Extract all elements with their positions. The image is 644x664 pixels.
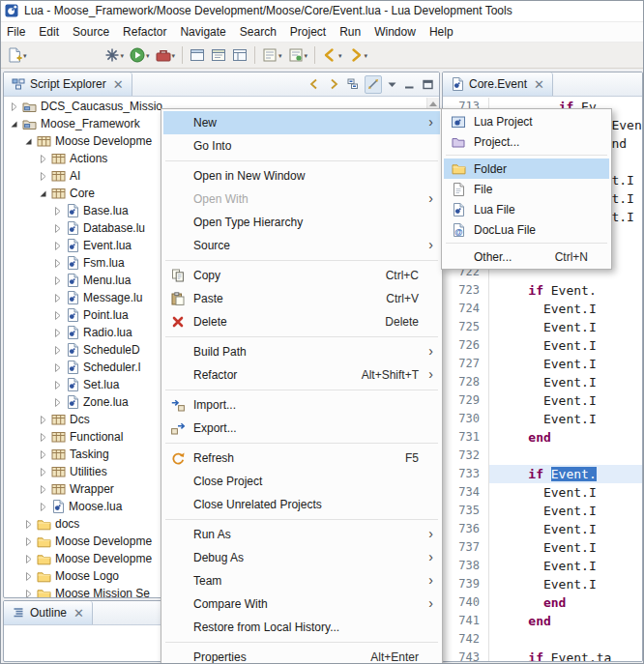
- expand-arrow-icon[interactable]: [50, 326, 65, 340]
- expand-arrow-icon[interactable]: [50, 361, 65, 375]
- expand-arrow-icon[interactable]: [50, 291, 65, 305]
- menu-item-file[interactable]: File: [444, 179, 609, 199]
- minimize-button[interactable]: [402, 75, 417, 94]
- collapse-all-button[interactable]: [345, 75, 361, 94]
- external-tools-button[interactable]: ▾: [153, 44, 179, 66]
- menubar-item-help[interactable]: Help: [423, 22, 460, 42]
- expand-arrow-icon[interactable]: [50, 256, 65, 271]
- code-line[interactable]: 727 Event.I: [443, 355, 642, 373]
- expand-arrow-icon[interactable]: [36, 413, 50, 427]
- expand-arrow-icon[interactable]: [36, 500, 50, 514]
- expand-arrow-icon[interactable]: [21, 517, 36, 532]
- menu-item-paste[interactable]: PasteCtrl+V: [163, 287, 440, 310]
- expand-arrow-icon[interactable]: [36, 152, 50, 166]
- menu-item-new[interactable]: New›: [163, 111, 440, 134]
- code-line[interactable]: 729 Event.I: [443, 391, 642, 410]
- menubar-item-window[interactable]: Window: [367, 22, 423, 42]
- expand-arrow-icon[interactable]: [50, 274, 65, 288]
- code-line[interactable]: 732: [443, 447, 642, 465]
- close-icon[interactable]: ✕: [73, 607, 84, 620]
- menu-item-open-in-new-window[interactable]: Open in New Window: [163, 164, 440, 188]
- menu-item-export[interactable]: Export...: [163, 417, 440, 440]
- menu-item-delete[interactable]: DeleteDelete: [163, 310, 440, 333]
- s-forward-button[interactable]: [326, 75, 341, 94]
- menu-item-go-into[interactable]: Go Into: [163, 134, 440, 158]
- menubar-item-file[interactable]: File: [0, 22, 32, 42]
- menu-item-properties[interactable]: PropertiesAlt+Enter: [163, 646, 440, 664]
- menu-item-close-project[interactable]: Close Project: [163, 470, 440, 493]
- expand-arrow-icon[interactable]: [21, 569, 36, 584]
- collapse-arrow-icon[interactable]: [21, 134, 36, 149]
- code-line[interactable]: 742: [443, 630, 642, 649]
- menu-item-project[interactable]: Project...: [444, 131, 609, 152]
- expand-arrow-icon[interactable]: [36, 169, 50, 184]
- forward-button[interactable]: ▾: [345, 44, 371, 66]
- expand-arrow-icon[interactable]: [21, 587, 36, 598]
- expand-arrow-icon[interactable]: [36, 447, 50, 462]
- code-line[interactable]: 723 if Event.: [443, 281, 642, 300]
- menu-item-compare-with[interactable]: Compare With›: [163, 592, 440, 616]
- menu-item-debug-as[interactable]: Debug As›: [163, 546, 440, 569]
- menu-item-lua-project[interactable]: Lua Project: [444, 111, 609, 131]
- close-icon[interactable]: ✕: [534, 78, 544, 91]
- code-line[interactable]: 728 Event.I: [443, 373, 642, 391]
- expand-arrow-icon[interactable]: [50, 395, 65, 410]
- expand-arrow-icon[interactable]: [50, 343, 65, 358]
- editor-view-button[interactable]: [208, 44, 229, 66]
- menu-item-import[interactable]: Import...: [163, 393, 440, 417]
- menu-item-build-path[interactable]: Build Path›: [163, 340, 440, 363]
- menu-item-refactor[interactable]: RefactorAlt+Shift+T›: [163, 363, 440, 387]
- menubar-item-run[interactable]: Run: [333, 22, 367, 42]
- menu-item-folder[interactable]: Folder: [444, 159, 609, 179]
- tab-core-event[interactable]: Core.Event ✕: [443, 72, 553, 96]
- menu-item-open-with[interactable]: Open With›: [163, 188, 440, 211]
- expand-arrow-icon[interactable]: [50, 239, 65, 253]
- pin-editor-button[interactable]: ▾: [285, 44, 311, 66]
- menu-item-copy[interactable]: CopyCtrl+C: [163, 264, 440, 287]
- close-icon[interactable]: ✕: [113, 78, 124, 91]
- maximize-button[interactable]: [421, 75, 435, 94]
- code-line[interactable]: 737 Event.I: [443, 538, 642, 557]
- code-line[interactable]: 736 Event.I: [443, 520, 642, 538]
- code-line[interactable]: 725 Event.I: [443, 318, 642, 336]
- view-menu-button[interactable]: [386, 75, 398, 94]
- run-button[interactable]: ▾: [127, 44, 153, 66]
- code-line[interactable]: 740 end: [443, 593, 642, 612]
- new-wizard-button[interactable]: ▾: [4, 44, 30, 66]
- code-line[interactable]: 731 end: [443, 428, 642, 447]
- menu-item-doclua-file[interactable]: @DocLua File: [444, 219, 609, 240]
- console-view-button[interactable]: [187, 44, 208, 66]
- collapse-arrow-icon[interactable]: [7, 117, 21, 131]
- code-line[interactable]: 724 Event.I: [443, 300, 642, 318]
- expand-arrow-icon[interactable]: [21, 534, 36, 549]
- expand-arrow-icon[interactable]: [50, 308, 65, 323]
- tab-script-explorer[interactable]: Script Explorer ✕: [4, 72, 132, 96]
- s-back-button[interactable]: [307, 75, 322, 94]
- menu-item-source[interactable]: Source›: [163, 234, 440, 257]
- expand-arrow-icon[interactable]: [36, 430, 50, 445]
- task-view-button[interactable]: [229, 44, 250, 66]
- menu-item-refresh[interactable]: RefreshF5: [163, 447, 440, 470]
- menubar-item-source[interactable]: Source: [66, 22, 116, 42]
- collapse-arrow-icon[interactable]: [36, 187, 50, 201]
- code-line[interactable]: 738 Event.I: [443, 557, 642, 575]
- menubar-item-search[interactable]: Search: [233, 22, 283, 42]
- link-editor-button[interactable]: [365, 75, 382, 94]
- code-line[interactable]: 739 Event.I: [443, 575, 642, 593]
- expand-arrow-icon[interactable]: [7, 100, 21, 114]
- code-line[interactable]: 741 end: [443, 612, 642, 630]
- menu-item-lua-file[interactable]: Lua File: [444, 199, 609, 219]
- menu-item-close-unrelated-projects[interactable]: Close Unrelated Projects: [163, 493, 440, 516]
- debug-button[interactable]: ▾: [102, 44, 128, 66]
- expand-arrow-icon[interactable]: [50, 204, 65, 218]
- expand-arrow-icon[interactable]: [50, 378, 65, 392]
- expand-arrow-icon[interactable]: [21, 552, 36, 566]
- menubar-item-edit[interactable]: Edit: [32, 22, 66, 42]
- menu-item-team[interactable]: Team›: [163, 569, 440, 592]
- menubar-item-navigate[interactable]: Navigate: [173, 22, 232, 42]
- tab-outline[interactable]: Outline ✕: [4, 601, 93, 624]
- code-line[interactable]: 734 Event.I: [443, 483, 642, 502]
- menu-item-run-as[interactable]: Run As›: [163, 523, 440, 546]
- code-line[interactable]: 730 Event.I: [443, 410, 642, 428]
- code-line[interactable]: 743 if Event.ta: [443, 649, 642, 661]
